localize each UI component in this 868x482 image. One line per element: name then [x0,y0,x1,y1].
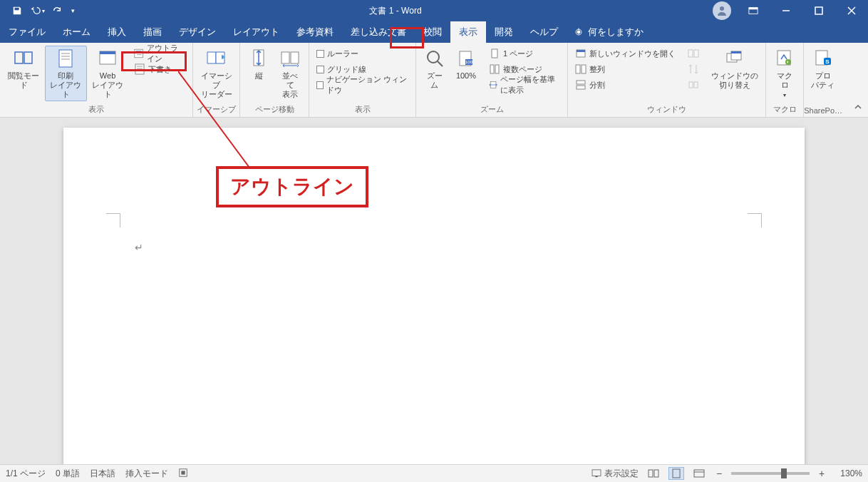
zoom-out-button[interactable]: − [714,468,724,479]
tab-layout[interactable]: レイアウト [224,21,288,43]
web-layout-view-button[interactable] [691,467,707,480]
svg-rect-56 [595,476,597,477]
tab-draw[interactable]: 描画 [135,21,170,43]
group-immersive: イマーシブ リーダー イマーシブ [193,43,241,117]
margin-corner-tl [106,213,120,227]
tab-design[interactable]: デザイン [170,21,224,43]
svg-rect-54 [181,471,185,474]
switch-windows-icon [723,47,746,70]
save-button[interactable] [7,0,27,21]
read-mode-icon [12,47,35,70]
svg-rect-30 [492,49,497,58]
user-avatar[interactable] [713,1,731,20]
nav-pane-checkbox[interactable]: ナビゲーション ウィンドウ [312,77,413,93]
outline-button[interactable]: アウトライン [130,46,189,61]
tab-home[interactable]: ホーム [54,21,99,43]
vertical-button[interactable]: 縦 [243,46,274,82]
svg-point-25 [428,51,439,63]
switch-windows-button[interactable]: ウィンドウの 切り替え [707,46,763,91]
read-mode-view-button[interactable] [646,467,661,480]
new-window-button[interactable]: 新しいウィンドウを開く [571,46,680,61]
side-by-side-button[interactable]: 並べて 表示 [274,46,306,101]
status-insert-mode[interactable]: 挿入モード [125,468,168,480]
print-layout-button[interactable]: 印刷 レイアウト [45,46,87,101]
ribbon-tabs: ファイル ホーム 挿入 描画 デザイン レイアウト 参考資料 差し込み文書 校閲… [0,21,868,43]
read-mode-button[interactable]: 閲覧モード [3,46,45,91]
status-lang[interactable]: 日本語 [90,468,115,480]
svg-rect-4 [815,7,822,14]
window-title: 文書 1 - Word [78,5,713,17]
svg-rect-19 [135,64,144,74]
redo-button[interactable] [47,0,67,21]
reset-position-button [683,77,703,93]
page-width-button[interactable]: ページ幅を基準に表示 [485,77,564,93]
zoom-button[interactable]: ズーム [419,46,450,91]
display-settings-button[interactable]: 表示設定 [591,468,639,480]
tab-developer[interactable]: 開発 [486,21,522,43]
svg-text:S: S [825,58,830,65]
sync-scroll-button [683,61,703,77]
status-words[interactable]: 0 単語 [56,468,80,480]
immersive-reader-button[interactable]: イマーシブ リーダー [196,46,237,101]
ribbon: 閲覧モード 印刷 レイアウト Web レイアウト アウトライン 下書き [0,43,868,118]
macros-button[interactable]: マクロ▾ [769,46,800,101]
zoom-percent[interactable]: 130% [834,468,862,478]
svg-rect-46 [731,51,741,53]
svg-rect-55 [592,470,601,476]
svg-line-26 [438,61,443,66]
side-by-side-icon [279,47,301,70]
vertical-icon [247,47,270,70]
one-page-button[interactable]: 1 ページ [485,46,564,61]
svg-rect-8 [578,29,579,30]
tab-references[interactable]: 参考資料 [288,21,342,43]
maximize-button[interactable] [802,0,835,21]
close-button[interactable] [835,0,868,21]
svg-rect-24 [291,52,299,63]
tab-mailings[interactable]: 差し込み文書 [342,21,415,43]
tab-view[interactable]: 表示 [450,21,486,43]
quick-access-toolbar: ▾ ▾ [0,0,78,21]
ribbon-display-button[interactable] [737,0,770,21]
svg-rect-36 [576,65,580,73]
svg-rect-37 [582,65,586,73]
document-area[interactable]: ↵ [0,118,868,464]
web-layout-icon [96,47,119,70]
outline-icon [134,48,143,59]
split-button[interactable]: 分割 [571,77,680,93]
arrange-all-button[interactable]: 整列 [571,61,680,77]
hundred-icon: 100 [455,47,477,70]
undo-button[interactable]: ▾ [27,0,47,21]
tab-file[interactable]: ファイル [0,21,54,43]
tab-insert[interactable]: 挿入 [99,21,135,43]
svg-rect-42 [689,82,693,88]
ruler-checkbox[interactable]: ルーラー [312,46,413,61]
svg-rect-38 [577,81,585,84]
svg-rect-39 [577,86,585,89]
zoom-in-button[interactable]: + [817,468,827,479]
zoom-slider[interactable] [731,472,810,475]
tab-review[interactable]: 校閲 [415,21,450,43]
properties-button[interactable]: S プロ パティ [807,46,839,91]
hundred-percent-button[interactable]: 100 100% [450,46,482,82]
qat-customize-button[interactable]: ▾ [67,0,78,21]
tell-me-label: 何をしますか [588,26,644,39]
minimize-button[interactable] [770,0,802,21]
svg-rect-60 [694,470,704,477]
draft-icon [134,63,145,75]
group-sharepoint: S プロ パティ SharePo… [804,43,842,117]
immersive-reader-icon [205,47,228,70]
collapse-ribbon-button[interactable] [848,98,868,117]
svg-text:100: 100 [465,60,473,64]
print-layout-icon [54,47,77,70]
svg-rect-32 [495,65,499,73]
tab-help[interactable]: ヘルプ [522,21,567,43]
view-side-by-side-button [683,46,703,61]
status-macro-indicator[interactable] [178,468,188,480]
draft-button[interactable]: 下書き [130,61,189,77]
page[interactable]: ↵ [63,128,805,464]
svg-rect-57 [649,470,653,477]
print-layout-view-button[interactable] [668,467,684,480]
web-layout-button[interactable]: Web レイアウト [87,46,129,101]
tell-me-search[interactable]: 何をしますか [567,26,651,39]
status-page[interactable]: 1/1 ページ [6,468,46,480]
